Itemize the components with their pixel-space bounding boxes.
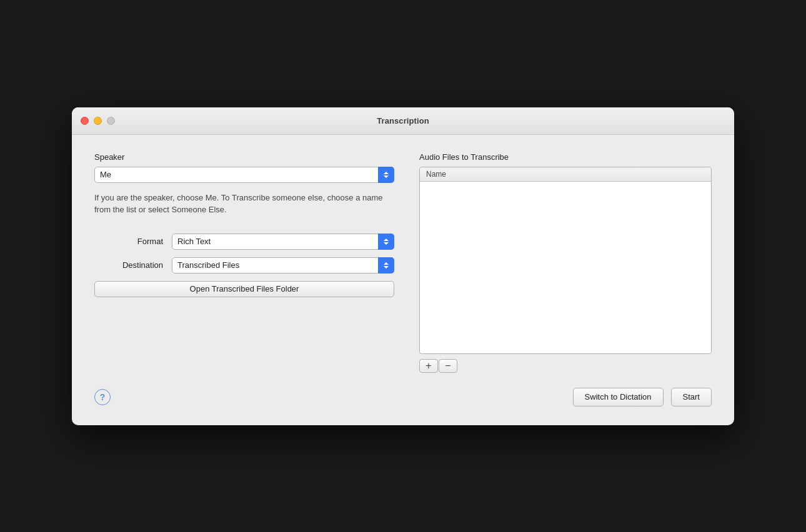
titlebar: Transcription: [72, 107, 734, 135]
speaker-select-wrapper: Me Someone Else: [94, 167, 394, 183]
traffic-lights: [81, 117, 115, 125]
start-button[interactable]: Start: [671, 388, 712, 406]
speaker-select[interactable]: Me Someone Else: [94, 167, 394, 183]
destination-label: Destination: [94, 260, 163, 270]
close-button[interactable]: [81, 117, 89, 125]
speaker-help-text: If you are the speaker, choose Me. To Tr…: [94, 192, 394, 216]
file-list-controls: + −: [419, 359, 712, 373]
main-layout: Speaker Me Someone Else If you are the s…: [94, 152, 712, 373]
help-button[interactable]: ?: [94, 389, 111, 405]
speaker-label: Speaker: [94, 152, 394, 162]
minimize-button[interactable]: [94, 117, 102, 125]
add-file-button[interactable]: +: [419, 359, 438, 373]
file-list-column-name: Name: [420, 167, 711, 182]
window-content: Speaker Me Someone Else If you are the s…: [72, 135, 734, 425]
destination-select-wrapper: Transcribed Files: [172, 257, 394, 273]
audio-file-list: Name: [419, 167, 712, 354]
maximize-button[interactable]: [107, 117, 115, 125]
destination-row: Destination Transcribed Files: [94, 257, 394, 273]
window-title: Transcription: [377, 116, 429, 126]
format-select-wrapper: Rich Text Plain Text: [172, 234, 394, 250]
right-panel: Audio Files to Transcribe Name + −: [419, 152, 712, 373]
switch-to-dictation-button[interactable]: Switch to Dictation: [573, 388, 664, 406]
left-panel: Speaker Me Someone Else If you are the s…: [94, 152, 394, 373]
audio-files-label: Audio Files to Transcribe: [419, 152, 712, 162]
file-list-body: [420, 182, 711, 352]
transcription-window: Transcription Speaker Me Someone Else If…: [72, 107, 734, 425]
footer-actions: Switch to Dictation Start: [573, 388, 712, 406]
format-label: Format: [94, 237, 163, 246]
remove-file-button[interactable]: −: [439, 359, 457, 373]
format-select[interactable]: Rich Text Plain Text: [172, 234, 394, 250]
format-row: Format Rich Text Plain Text: [94, 234, 394, 250]
open-folder-button[interactable]: Open Transcribed Files Folder: [94, 281, 394, 297]
destination-select[interactable]: Transcribed Files: [172, 257, 394, 273]
footer: ? Switch to Dictation Start: [94, 388, 712, 406]
